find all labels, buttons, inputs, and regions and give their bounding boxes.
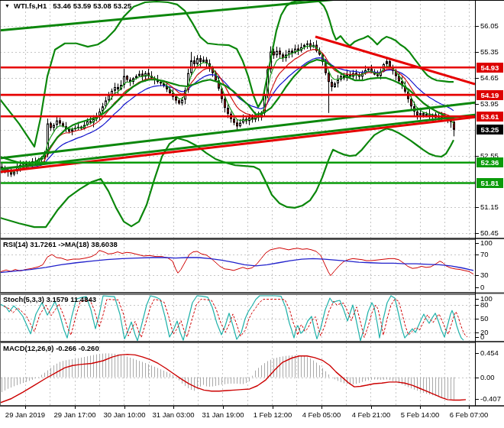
stoch-tick-label: 50	[480, 314, 489, 323]
chart-canvas[interactable]	[0, 0, 504, 428]
symbol-dropdown-icon[interactable]: ▼	[5, 3, 10, 8]
price-tick-label: 56.05	[480, 21, 499, 30]
price-level-badge: 54.19	[477, 90, 503, 100]
price-level-badge: 52.36	[477, 157, 503, 167]
time-tick-label: 6 Feb 07:00	[450, 410, 489, 419]
macd-indicator-label: MACD(12,26,9) -0.266 -0.260	[3, 344, 99, 352]
time-tick-label: 30 Jan 10:00	[104, 410, 146, 419]
price-tick-label: 54.65	[480, 73, 499, 82]
rsi-tick-label: 70	[480, 250, 489, 258]
rsi-tick-label: 0	[480, 283, 484, 291]
price-level-badge: 51.81	[477, 178, 503, 188]
chart-title: ▼WTI.fs,H153.46 53.59 53.08 53.25	[5, 2, 131, 10]
macd-tick-label: 0.454	[480, 349, 499, 357]
price-tick-label: 50.45	[480, 229, 499, 237]
stoch-tick-label: 80	[480, 300, 489, 309]
price-tick-label: 51.15	[480, 203, 499, 211]
time-tick-label: 4 Feb 05:00	[302, 410, 341, 419]
time-tick-label: 1 Feb 12:00	[254, 410, 292, 419]
time-tick-label: 4 Feb 21:00	[352, 410, 391, 419]
time-tick-label: 29 Jan 17:00	[54, 410, 96, 419]
time-tick-label: 31 Jan 19:00	[202, 410, 244, 419]
chart-window: ▼WTI.fs,H153.46 53.59 53.08 53.25 RSI(14…	[0, 0, 504, 428]
price-tick-label: 55.35	[480, 47, 499, 56]
price-level-badge: 54.93	[477, 63, 503, 73]
rsi-tick-label: 100	[480, 238, 493, 247]
time-tick-label: 5 Feb 14:00	[401, 410, 440, 419]
symbol-label: WTI.fs,H1	[14, 2, 47, 10]
time-tick-label: 31 Jan 03:00	[153, 410, 195, 419]
time-tick-label: 29 Jan 2019	[5, 410, 45, 419]
macd-tick-label: 0.00	[480, 373, 495, 381]
stoch-tick-label: 0	[480, 332, 484, 341]
rsi-tick-label: 30	[480, 271, 489, 279]
stoch-indicator-label: Stoch(5,3,3) 3.1579 11.4843	[3, 295, 96, 303]
price-tick-label: 53.95	[480, 99, 499, 108]
ohlc-values: 53.46 53.59 53.08 53.25	[53, 2, 131, 10]
price-level-badge: 53.61	[477, 112, 503, 122]
rsi-indicator-label: RSI(14) 31.7261 ->MA(18) 38.6038	[3, 240, 118, 248]
current-price-badge: 53.25	[477, 125, 503, 135]
macd-tick-label: -0.407	[480, 394, 501, 403]
